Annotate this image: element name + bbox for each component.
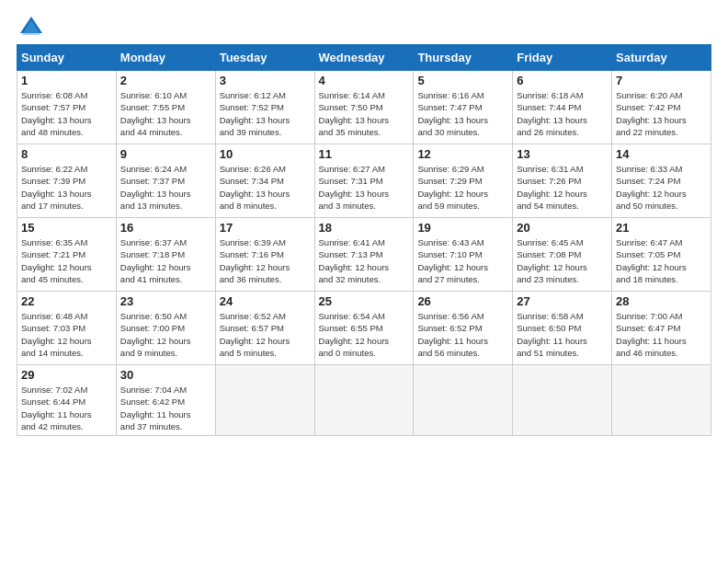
day-info: Sunrise: 7:02 AM Sunset: 6:44 PM Dayligh… (21, 384, 112, 432)
day-number: 26 (417, 294, 508, 308)
day-info: Sunrise: 6:16 AM Sunset: 7:47 PM Dayligh… (417, 89, 508, 138)
table-row: 18Sunrise: 6:41 AM Sunset: 7:13 PM Dayli… (314, 218, 414, 292)
table-row: 9Sunrise: 6:24 AM Sunset: 7:37 PM Daylig… (116, 144, 215, 218)
day-number: 11 (319, 147, 410, 161)
day-info: Sunrise: 6:54 AM Sunset: 6:55 PM Dayligh… (319, 310, 410, 359)
day-info: Sunrise: 6:31 AM Sunset: 7:26 PM Dayligh… (517, 163, 608, 212)
day-number: 19 (417, 221, 508, 235)
day-info: Sunrise: 6:47 AM Sunset: 7:05 PM Dayligh… (616, 236, 707, 285)
day-info: Sunrise: 6:27 AM Sunset: 7:31 PM Dayligh… (319, 163, 410, 212)
day-number: 25 (319, 294, 410, 308)
table-row (612, 365, 711, 436)
day-number: 7 (616, 74, 707, 87)
day-info: Sunrise: 6:29 AM Sunset: 7:29 PM Dayligh… (417, 163, 508, 212)
table-row: 14Sunrise: 6:33 AM Sunset: 7:24 PM Dayli… (612, 144, 711, 218)
day-info: Sunrise: 6:48 AM Sunset: 7:03 PM Dayligh… (21, 310, 112, 359)
day-number: 14 (616, 147, 707, 161)
day-info: Sunrise: 6:56 AM Sunset: 6:52 PM Dayligh… (417, 310, 508, 359)
table-row: 20Sunrise: 6:45 AM Sunset: 7:08 PM Dayli… (513, 218, 612, 292)
day-info: Sunrise: 7:00 AM Sunset: 6:47 PM Dayligh… (616, 310, 707, 359)
col-friday: Friday (513, 45, 612, 71)
day-number: 10 (220, 147, 311, 161)
day-number: 29 (21, 368, 112, 382)
day-number: 24 (220, 294, 311, 308)
day-info: Sunrise: 6:45 AM Sunset: 7:08 PM Dayligh… (517, 236, 608, 285)
day-number: 3 (220, 74, 311, 87)
day-number: 21 (616, 221, 707, 235)
day-info: Sunrise: 6:20 AM Sunset: 7:42 PM Dayligh… (616, 89, 707, 138)
table-row: 24Sunrise: 6:52 AM Sunset: 6:57 PM Dayli… (215, 292, 314, 365)
table-row: 10Sunrise: 6:26 AM Sunset: 7:34 PM Dayli… (215, 144, 314, 218)
col-saturday: Saturday (612, 45, 711, 71)
day-number: 12 (417, 147, 508, 161)
table-row: 28Sunrise: 7:00 AM Sunset: 6:47 PM Dayli… (612, 292, 711, 365)
day-number: 16 (120, 221, 211, 235)
table-row: 12Sunrise: 6:29 AM Sunset: 7:29 PM Dayli… (414, 144, 513, 218)
day-info: Sunrise: 6:12 AM Sunset: 7:52 PM Dayligh… (220, 89, 311, 138)
header (17, 15, 711, 35)
table-row: 27Sunrise: 6:58 AM Sunset: 6:50 PM Dayli… (513, 292, 612, 365)
table-row (314, 365, 414, 436)
table-row (513, 365, 612, 436)
table-row: 19Sunrise: 6:43 AM Sunset: 7:10 PM Dayli… (414, 218, 513, 292)
day-info: Sunrise: 6:50 AM Sunset: 7:00 PM Dayligh… (120, 310, 211, 359)
day-info: Sunrise: 6:58 AM Sunset: 6:50 PM Dayligh… (517, 310, 608, 359)
day-number: 2 (120, 74, 211, 87)
day-info: Sunrise: 6:08 AM Sunset: 7:57 PM Dayligh… (21, 89, 112, 138)
day-number: 6 (517, 74, 608, 87)
day-number: 18 (319, 221, 410, 235)
day-info: Sunrise: 7:04 AM Sunset: 6:42 PM Dayligh… (120, 384, 211, 432)
day-info: Sunrise: 6:24 AM Sunset: 7:37 PM Dayligh… (120, 163, 211, 212)
day-number: 13 (517, 147, 608, 161)
calendar-table: Sunday Monday Tuesday Wednesday Thursday… (17, 44, 711, 436)
day-number: 5 (417, 74, 508, 87)
col-tuesday: Tuesday (215, 45, 314, 71)
table-row: 1Sunrise: 6:08 AM Sunset: 7:57 PM Daylig… (17, 71, 117, 144)
day-number: 28 (616, 294, 707, 308)
table-row: 8Sunrise: 6:22 AM Sunset: 7:39 PM Daylig… (17, 144, 117, 218)
day-info: Sunrise: 6:52 AM Sunset: 6:57 PM Dayligh… (220, 310, 311, 359)
day-info: Sunrise: 6:18 AM Sunset: 7:44 PM Dayligh… (517, 89, 608, 138)
table-row: 6Sunrise: 6:18 AM Sunset: 7:44 PM Daylig… (513, 71, 612, 144)
col-sunday: Sunday (17, 45, 117, 71)
logo-icon (18, 15, 44, 40)
day-number: 17 (220, 221, 311, 235)
day-info: Sunrise: 6:35 AM Sunset: 7:21 PM Dayligh… (21, 236, 112, 285)
table-row: 16Sunrise: 6:37 AM Sunset: 7:18 PM Dayli… (116, 218, 215, 292)
day-info: Sunrise: 6:22 AM Sunset: 7:39 PM Dayligh… (21, 163, 112, 212)
day-info: Sunrise: 6:14 AM Sunset: 7:50 PM Dayligh… (319, 89, 410, 138)
table-row: 21Sunrise: 6:47 AM Sunset: 7:05 PM Dayli… (612, 218, 711, 292)
day-number: 15 (21, 221, 112, 235)
day-number: 9 (120, 147, 211, 161)
col-thursday: Thursday (414, 45, 513, 71)
table-row (414, 365, 513, 436)
day-number: 23 (120, 294, 211, 308)
day-info: Sunrise: 6:39 AM Sunset: 7:16 PM Dayligh… (220, 236, 311, 285)
table-row: 7Sunrise: 6:20 AM Sunset: 7:42 PM Daylig… (612, 71, 711, 144)
day-info: Sunrise: 6:26 AM Sunset: 7:34 PM Dayligh… (220, 163, 311, 212)
day-info: Sunrise: 6:33 AM Sunset: 7:24 PM Dayligh… (616, 163, 707, 212)
table-row: 17Sunrise: 6:39 AM Sunset: 7:16 PM Dayli… (215, 218, 314, 292)
day-number: 1 (21, 74, 112, 87)
logo (17, 15, 44, 35)
table-row: 23Sunrise: 6:50 AM Sunset: 7:00 PM Dayli… (116, 292, 215, 365)
day-number: 30 (120, 368, 211, 382)
table-row: 2Sunrise: 6:10 AM Sunset: 7:55 PM Daylig… (116, 71, 215, 144)
table-row: 26Sunrise: 6:56 AM Sunset: 6:52 PM Dayli… (414, 292, 513, 365)
table-row: 13Sunrise: 6:31 AM Sunset: 7:26 PM Dayli… (513, 144, 612, 218)
table-row: 11Sunrise: 6:27 AM Sunset: 7:31 PM Dayli… (314, 144, 414, 218)
day-number: 8 (21, 147, 112, 161)
table-row: 4Sunrise: 6:14 AM Sunset: 7:50 PM Daylig… (314, 71, 414, 144)
table-row: 5Sunrise: 6:16 AM Sunset: 7:47 PM Daylig… (414, 71, 513, 144)
table-row: 30Sunrise: 7:04 AM Sunset: 6:42 PM Dayli… (116, 365, 215, 436)
day-number: 4 (319, 74, 410, 87)
day-number: 20 (517, 221, 608, 235)
header-row: Sunday Monday Tuesday Wednesday Thursday… (17, 45, 711, 71)
table-row: 22Sunrise: 6:48 AM Sunset: 7:03 PM Dayli… (17, 292, 117, 365)
day-info: Sunrise: 6:41 AM Sunset: 7:13 PM Dayligh… (319, 236, 410, 285)
day-number: 22 (21, 294, 112, 308)
table-row (215, 365, 314, 436)
table-row: 25Sunrise: 6:54 AM Sunset: 6:55 PM Dayli… (314, 292, 414, 365)
day-info: Sunrise: 6:43 AM Sunset: 7:10 PM Dayligh… (417, 236, 508, 285)
calendar-page: Sunday Monday Tuesday Wednesday Thursday… (0, 0, 728, 563)
